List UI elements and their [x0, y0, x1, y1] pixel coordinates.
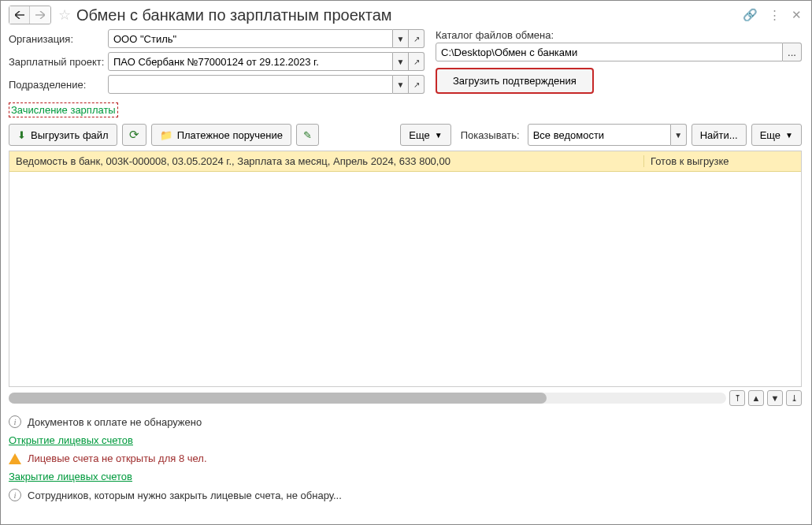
close-icon[interactable]: ✕: [792, 8, 802, 22]
project-open-icon[interactable]: ↗: [409, 52, 425, 71]
load-confirmations-button[interactable]: Загрузить подтверждения: [436, 68, 594, 94]
no-docs-text: Документов к оплате не обнаружено: [28, 416, 202, 428]
doc-status: Готов к выгрузке: [643, 155, 801, 167]
catalog-browse-button[interactable]: ...: [783, 43, 802, 61]
page-title: Обмен с банками по зарплатным проектам: [76, 6, 743, 24]
doc-description: Ведомость в банк, 003К-000008, 03.05.202…: [9, 155, 643, 167]
dept-dropdown-icon[interactable]: ▼: [393, 75, 409, 94]
folder-icon: 📁: [160, 129, 172, 141]
table-row[interactable]: Ведомость в банк, 003К-000008, 03.05.202…: [9, 151, 801, 172]
chevron-down-icon: ▼: [785, 131, 793, 140]
favorite-star-icon[interactable]: ☆: [56, 6, 73, 24]
warning-icon: [9, 453, 21, 464]
scrollbar-thumb[interactable]: [9, 393, 547, 404]
payment-order-button[interactable]: 📁 Платежное поручение: [151, 124, 291, 146]
dept-label: Подразделение:: [9, 79, 108, 91]
edit-button[interactable]: ✎: [296, 124, 319, 146]
more-button-1[interactable]: Еще ▼: [400, 124, 450, 146]
catalog-label: Каталог файлов обмена:: [436, 29, 802, 41]
project-input[interactable]: [108, 52, 393, 71]
info-icon: i: [9, 415, 21, 428]
chevron-down-icon: ▼: [435, 131, 443, 140]
close-info-text: Сотрудников, которым нужно закрыть лицев…: [28, 490, 342, 501]
dept-open-icon[interactable]: ↗: [409, 75, 425, 94]
org-label: Организация:: [9, 33, 108, 45]
scroll-home-button[interactable]: ⤒: [729, 390, 745, 406]
refresh-button[interactable]: ⟳: [122, 124, 146, 146]
nav-buttons: [9, 6, 51, 24]
warning-text: Лицевые счета не открыты для 8 чел.: [28, 452, 207, 464]
scroll-down-button[interactable]: ▼: [767, 390, 783, 406]
refresh-icon: ⟳: [129, 128, 139, 142]
forward-button[interactable]: [30, 6, 50, 24]
project-dropdown-icon[interactable]: ▼: [393, 52, 409, 71]
download-icon: ⬇: [17, 129, 26, 141]
pencil-icon: ✎: [303, 129, 312, 141]
info-icon: i: [9, 489, 21, 501]
catalog-input[interactable]: [436, 43, 783, 61]
show-label: Показывать:: [461, 129, 520, 141]
project-label: Зарплатный проект:: [9, 56, 108, 68]
open-accounts-link[interactable]: Открытие лицевых счетов: [1, 431, 143, 449]
org-dropdown-icon[interactable]: ▼: [393, 29, 409, 48]
close-accounts-link[interactable]: Закрытие лицевых счетов: [1, 467, 142, 486]
org-open-icon[interactable]: ↗: [409, 29, 425, 48]
horizontal-scrollbar[interactable]: [9, 393, 726, 404]
filter-dropdown-icon[interactable]: ▼: [671, 124, 687, 146]
find-button[interactable]: Найти...: [691, 124, 747, 146]
documents-grid[interactable]: Ведомость в банк, 003К-000008, 03.05.202…: [9, 151, 802, 387]
filter-select[interactable]: [528, 124, 671, 146]
link-icon[interactable]: 🔗: [743, 8, 758, 22]
more-button-2[interactable]: Еще ▼: [751, 124, 802, 146]
export-file-button[interactable]: ⬇ Выгрузить файл: [9, 124, 117, 146]
dept-input[interactable]: [108, 75, 393, 94]
scroll-end-button[interactable]: ⤓: [786, 390, 802, 406]
back-button[interactable]: [9, 6, 30, 24]
menu-icon[interactable]: ⋮: [769, 8, 780, 22]
scroll-up-button[interactable]: ▲: [748, 390, 764, 406]
tab-payroll[interactable]: Зачисление зарплаты: [9, 102, 118, 117]
org-input[interactable]: [108, 29, 393, 48]
